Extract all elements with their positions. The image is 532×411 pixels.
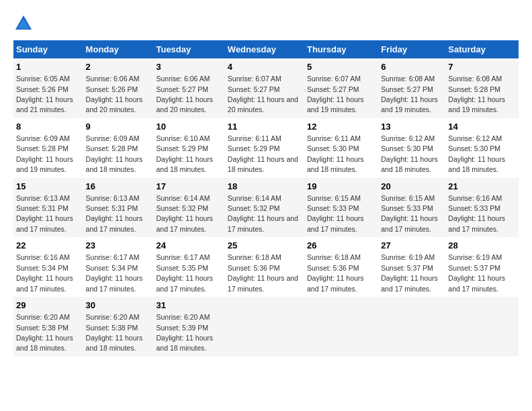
daylight-text: Daylight: 11 hours and 17 minutes. xyxy=(16,214,73,232)
day-number: 13 xyxy=(381,121,443,133)
header-thursday: Thursday xyxy=(304,40,378,58)
sunset-text: Sunset: 5:37 PM xyxy=(448,264,500,272)
calendar-cell: 29 Sunrise: 6:20 AM Sunset: 5:38 PM Dayl… xyxy=(13,297,83,357)
sunset-text: Sunset: 5:27 PM xyxy=(156,85,208,93)
calendar-cell xyxy=(445,297,519,357)
sunrise-text: Sunrise: 6:06 AM xyxy=(86,75,140,83)
day-number: 27 xyxy=(381,240,443,252)
daylight-text: Daylight: 11 hours and 17 minutes. xyxy=(228,274,298,292)
daylight-text: Daylight: 11 hours and 18 minutes. xyxy=(86,334,143,352)
sunset-text: Sunset: 5:36 PM xyxy=(307,264,359,272)
header-saturday: Saturday xyxy=(445,40,519,58)
day-number: 24 xyxy=(156,240,222,252)
calendar-cell: 17 Sunrise: 6:14 AM Sunset: 5:32 PM Dayl… xyxy=(153,178,224,238)
header-wednesday: Wednesday xyxy=(225,40,304,58)
daylight-text: Daylight: 11 hours and 17 minutes. xyxy=(156,274,213,292)
sunrise-text: Sunrise: 6:18 AM xyxy=(307,253,361,261)
day-number: 16 xyxy=(86,181,151,193)
calendar-cell: 20 Sunrise: 6:15 AM Sunset: 5:33 PM Dayl… xyxy=(378,178,445,238)
calendar-cell: 22 Sunrise: 6:16 AM Sunset: 5:34 PM Dayl… xyxy=(13,237,83,297)
daylight-text: Daylight: 11 hours and 20 minutes. xyxy=(156,95,213,113)
sunset-text: Sunset: 5:30 PM xyxy=(448,144,500,152)
day-number: 9 xyxy=(86,121,151,133)
daylight-text: Daylight: 11 hours and 17 minutes. xyxy=(448,214,505,232)
daylight-text: Daylight: 11 hours and 17 minutes. xyxy=(307,274,364,292)
daylight-text: Daylight: 11 hours and 19 minutes. xyxy=(381,95,438,113)
calendar-cell: 1 Sunrise: 6:05 AM Sunset: 5:26 PM Dayli… xyxy=(13,58,83,118)
sunset-text: Sunset: 5:26 PM xyxy=(16,85,69,93)
header-sunday: Sunday xyxy=(13,40,83,58)
sunset-text: Sunset: 5:37 PM xyxy=(381,264,433,272)
sunrise-text: Sunrise: 6:14 AM xyxy=(156,194,210,202)
sunrise-text: Sunrise: 6:16 AM xyxy=(16,253,70,261)
day-number: 28 xyxy=(448,240,516,252)
calendar-cell: 26 Sunrise: 6:18 AM Sunset: 5:36 PM Dayl… xyxy=(304,237,378,297)
calendar-cell: 31 Sunrise: 6:20 AM Sunset: 5:39 PM Dayl… xyxy=(153,297,224,357)
sunrise-text: Sunrise: 6:15 AM xyxy=(381,194,435,202)
calendar-cell: 25 Sunrise: 6:18 AM Sunset: 5:36 PM Dayl… xyxy=(225,237,304,297)
sunrise-text: Sunrise: 6:06 AM xyxy=(156,75,210,83)
calendar-cell: 9 Sunrise: 6:09 AM Sunset: 5:28 PM Dayli… xyxy=(83,118,154,178)
header-row: SundayMondayTuesdayWednesdayThursdayFrid… xyxy=(13,40,519,58)
calendar-cell: 21 Sunrise: 6:16 AM Sunset: 5:33 PM Dayl… xyxy=(445,178,519,238)
sunrise-text: Sunrise: 6:20 AM xyxy=(16,313,70,321)
daylight-text: Daylight: 11 hours and 18 minutes. xyxy=(228,155,298,173)
calendar-cell: 8 Sunrise: 6:09 AM Sunset: 5:28 PM Dayli… xyxy=(13,118,83,178)
sunset-text: Sunset: 5:34 PM xyxy=(16,264,69,272)
sunset-text: Sunset: 5:32 PM xyxy=(228,204,280,212)
daylight-text: Daylight: 11 hours and 19 minutes. xyxy=(448,95,505,113)
sunset-text: Sunset: 5:30 PM xyxy=(307,144,359,152)
daylight-text: Daylight: 11 hours and 18 minutes. xyxy=(156,155,213,173)
sunrise-text: Sunrise: 6:13 AM xyxy=(86,194,140,202)
day-number: 11 xyxy=(228,121,302,133)
daylight-text: Daylight: 11 hours and 17 minutes. xyxy=(448,274,505,292)
sunset-text: Sunset: 5:34 PM xyxy=(86,264,138,272)
sunrise-text: Sunrise: 6:11 AM xyxy=(307,134,361,142)
day-number: 21 xyxy=(448,181,516,193)
week-row-2: 8 Sunrise: 6:09 AM Sunset: 5:28 PM Dayli… xyxy=(13,118,519,178)
day-number: 10 xyxy=(156,121,222,133)
calendar-cell xyxy=(225,297,304,357)
daylight-text: Daylight: 11 hours and 17 minutes. xyxy=(156,214,213,232)
day-number: 12 xyxy=(307,121,375,133)
sunset-text: Sunset: 5:28 PM xyxy=(16,144,69,152)
week-row-1: 1 Sunrise: 6:05 AM Sunset: 5:26 PM Dayli… xyxy=(13,58,519,118)
daylight-text: Daylight: 11 hours and 17 minutes. xyxy=(16,274,73,292)
week-row-4: 22 Sunrise: 6:16 AM Sunset: 5:34 PM Dayl… xyxy=(13,237,519,297)
sunset-text: Sunset: 5:29 PM xyxy=(228,144,280,152)
sunrise-text: Sunrise: 6:08 AM xyxy=(448,75,502,83)
calendar-cell: 7 Sunrise: 6:08 AM Sunset: 5:28 PM Dayli… xyxy=(445,58,519,118)
daylight-text: Daylight: 11 hours and 17 minutes. xyxy=(86,274,143,292)
day-number: 29 xyxy=(16,300,81,312)
day-number: 17 xyxy=(156,181,222,193)
calendar-cell: 18 Sunrise: 6:14 AM Sunset: 5:32 PM Dayl… xyxy=(225,178,304,238)
day-number: 20 xyxy=(381,181,443,193)
day-number: 8 xyxy=(16,121,81,133)
sunrise-text: Sunrise: 6:17 AM xyxy=(156,253,210,261)
calendar-cell: 2 Sunrise: 6:06 AM Sunset: 5:26 PM Dayli… xyxy=(83,58,154,118)
sunset-text: Sunset: 5:27 PM xyxy=(228,85,280,93)
sunset-text: Sunset: 5:36 PM xyxy=(228,264,280,272)
daylight-text: Daylight: 11 hours and 17 minutes. xyxy=(381,274,438,292)
calendar-cell: 5 Sunrise: 6:07 AM Sunset: 5:27 PM Dayli… xyxy=(304,58,378,118)
daylight-text: Daylight: 11 hours and 19 minutes. xyxy=(16,155,73,173)
sunrise-text: Sunrise: 6:07 AM xyxy=(307,75,361,83)
daylight-text: Daylight: 11 hours and 17 minutes. xyxy=(86,214,143,232)
sunrise-text: Sunrise: 6:16 AM xyxy=(448,194,502,202)
sunrise-text: Sunrise: 6:19 AM xyxy=(448,253,502,261)
calendar-cell: 11 Sunrise: 6:11 AM Sunset: 5:29 PM Dayl… xyxy=(225,118,304,178)
day-number: 15 xyxy=(16,181,81,193)
daylight-text: Daylight: 11 hours and 18 minutes. xyxy=(381,155,438,173)
day-number: 2 xyxy=(86,61,151,73)
calendar-cell: 15 Sunrise: 6:13 AM Sunset: 5:31 PM Dayl… xyxy=(13,178,83,238)
calendar-cell: 13 Sunrise: 6:12 AM Sunset: 5:30 PM Dayl… xyxy=(378,118,445,178)
sunrise-text: Sunrise: 6:07 AM xyxy=(228,75,281,83)
day-number: 26 xyxy=(307,240,375,252)
daylight-text: Daylight: 11 hours and 18 minutes. xyxy=(448,155,505,173)
calendar-cell: 19 Sunrise: 6:15 AM Sunset: 5:33 PM Dayl… xyxy=(304,178,378,238)
calendar-table: SundayMondayTuesdayWednesdayThursdayFrid… xyxy=(13,40,519,357)
week-row-5: 29 Sunrise: 6:20 AM Sunset: 5:38 PM Dayl… xyxy=(13,297,519,357)
daylight-text: Daylight: 11 hours and 21 minutes. xyxy=(16,95,73,113)
sunset-text: Sunset: 5:38 PM xyxy=(16,324,69,332)
daylight-text: Daylight: 11 hours and 18 minutes. xyxy=(16,334,73,352)
